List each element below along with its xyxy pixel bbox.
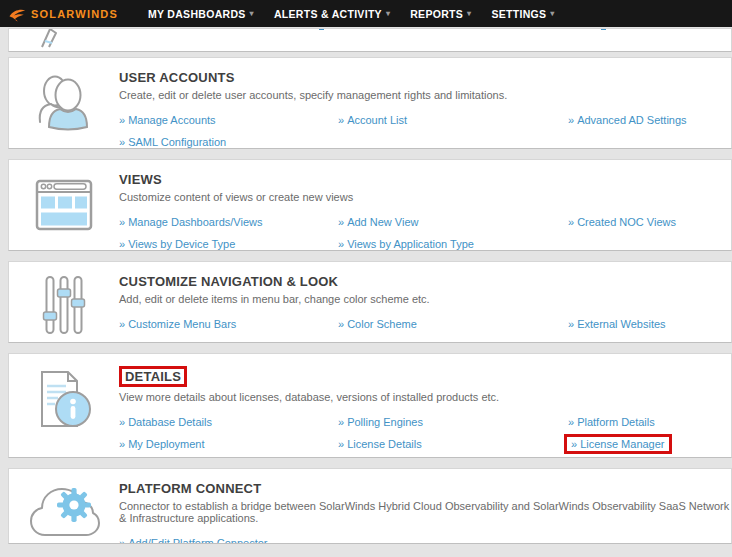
section-description: Create, edit or delete user accounts, sp… <box>119 89 731 101</box>
section-links: »Manage Accounts »Account List »Advanced… <box>119 114 731 148</box>
settings-page: USER ACCOUNTS Create, edit or delete use… <box>0 27 732 544</box>
link-my-deployment[interactable]: »My Deployment <box>119 438 205 450</box>
link-database-details[interactable]: »Database Details <box>119 416 212 428</box>
link-add-new-view[interactable]: »Add New View <box>338 216 418 228</box>
clipped-section-card <box>8 28 732 52</box>
solarwinds-swallow-icon <box>8 5 26 23</box>
section-title: VIEWS <box>119 172 731 187</box>
solarwinds-logo[interactable]: SOLARWINDS <box>8 5 118 23</box>
link-manage-dashboards-views[interactable]: »Manage Dashboards/Views <box>119 216 262 228</box>
nav-alerts-activity[interactable]: ALERTS & ACTIVITY▾ <box>274 8 390 20</box>
chevron-down-icon: ▾ <box>467 9 471 18</box>
section-title: PLATFORM CONNECT <box>119 481 731 496</box>
views-icon <box>9 160 119 250</box>
section-title: CUSTOMIZE NAVIGATION & LOOK <box>119 274 731 289</box>
document-info-icon <box>9 354 119 457</box>
link-created-noc-views[interactable]: »Created NOC Views <box>568 216 676 228</box>
section-views: VIEWS Customize content of views or crea… <box>8 159 732 251</box>
details-title-highlight: DETAILS <box>119 366 187 387</box>
link-views-by-application-type[interactable]: »Views by Application Type <box>338 238 474 250</box>
chevron-down-icon: ▾ <box>250 9 254 18</box>
cloud-gear-icon <box>9 469 119 543</box>
link-views-by-device-type[interactable]: »Views by Device Type <box>119 238 235 250</box>
link-advanced-ad-settings[interactable]: »Advanced AD Settings <box>568 114 687 126</box>
section-title: USER ACCOUNTS <box>119 70 731 85</box>
section-description: Connector to establish a bridge between … <box>119 500 731 524</box>
section-description: View more details about licenses, databa… <box>119 391 731 403</box>
nav-my-dashboards[interactable]: MY DASHBOARDS▾ <box>148 8 254 20</box>
section-details: DETAILS View more details about licenses… <box>8 353 732 458</box>
section-customize-navigation: CUSTOMIZE NAVIGATION & LOOK Add, edit or… <box>8 261 732 343</box>
section-platform-connect: PLATFORM CONNECT Connector to establish … <box>8 468 732 544</box>
top-navbar: SOLARWINDS MY DASHBOARDS▾ ALERTS & ACTIV… <box>0 0 732 27</box>
chevron-down-icon: ▾ <box>386 9 390 18</box>
link-customize-menu-bars[interactable]: »Customize Menu Bars <box>119 318 236 330</box>
link-polling-engines[interactable]: »Polling Engines <box>338 416 423 428</box>
section-links: »Add/Edit Platform Connector <box>119 537 731 544</box>
user-accounts-icon <box>9 58 119 148</box>
chevron-down-icon: ▾ <box>550 9 554 18</box>
link-license-manager[interactable]: »License Manager <box>564 434 672 454</box>
sliders-icon <box>9 262 119 342</box>
link-manage-accounts[interactable]: »Manage Accounts <box>119 114 216 126</box>
section-description: Add, edit or delete items in menu bar, c… <box>119 293 731 305</box>
clipped-link-fragment <box>319 28 324 30</box>
link-external-websites[interactable]: »External Websites <box>568 318 666 330</box>
link-add-edit-platform-connector[interactable]: »Add/Edit Platform Connector <box>119 537 268 544</box>
link-account-list[interactable]: »Account List <box>338 114 407 126</box>
clipped-icon-fragment <box>36 28 66 49</box>
section-links: »Customize Menu Bars »Color Scheme »Exte… <box>119 318 731 330</box>
link-platform-details[interactable]: »Platform Details <box>568 416 655 428</box>
section-links: »Manage Dashboards/Views »Add New View »… <box>119 216 731 250</box>
link-license-details[interactable]: »License Details <box>338 438 422 450</box>
brand-text: SOLARWINDS <box>31 8 118 20</box>
nav-reports[interactable]: REPORTS▾ <box>410 8 471 20</box>
section-description: Customize content of views or create new… <box>119 191 731 203</box>
link-saml-configuration[interactable]: »SAML Configuration <box>119 136 226 148</box>
section-title: DETAILS <box>119 366 731 387</box>
nav-settings[interactable]: SETTINGS▾ <box>491 8 554 20</box>
section-user-accounts: USER ACCOUNTS Create, edit or delete use… <box>8 57 732 149</box>
section-links: »Database Details »Polling Engines »Plat… <box>119 416 731 458</box>
clipped-link-fragment <box>601 28 606 30</box>
link-color-scheme[interactable]: »Color Scheme <box>338 318 417 330</box>
